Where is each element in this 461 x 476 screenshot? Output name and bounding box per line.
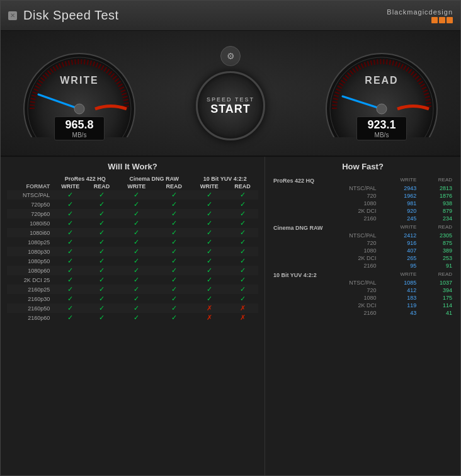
check-cell: ✓ bbox=[192, 294, 227, 303]
hf-write-value: 2943 bbox=[378, 184, 419, 192]
check-icon: ✓ bbox=[99, 314, 105, 321]
check-icon: ✓ bbox=[240, 266, 246, 274]
check-icon: ✓ bbox=[240, 210, 246, 217]
check-icon: ✓ bbox=[207, 200, 212, 208]
check-icon: ✓ bbox=[99, 266, 105, 274]
read-unit: MB/s bbox=[362, 132, 401, 139]
hf-resolution: 720 bbox=[283, 286, 378, 294]
check-cell: ✓ bbox=[54, 266, 87, 275]
check-cell: ✓ bbox=[87, 209, 117, 218]
hf-write-value: 265 bbox=[378, 254, 419, 262]
format-cell: NTSC/PAL bbox=[7, 190, 54, 200]
check-cell: ✓ bbox=[192, 190, 227, 200]
hf-data-row: 1080183175 bbox=[271, 294, 454, 302]
hf-read-value: 879 bbox=[418, 207, 454, 215]
check-cell: ✓ bbox=[227, 228, 258, 237]
check-icon: ✓ bbox=[67, 219, 73, 227]
hf-read-value: 1037 bbox=[418, 279, 454, 286]
hf-data-row: NTSC/PAL24122305 bbox=[271, 232, 454, 239]
check-cell: ✓ bbox=[54, 275, 87, 285]
format-cell: 1080i60 bbox=[7, 228, 54, 237]
hf-read-value: 114 bbox=[418, 302, 454, 309]
will-it-work-panel: Will It Work? ProRes 422 HQ Cinema DNG R… bbox=[1, 157, 265, 475]
check-icon: ✓ bbox=[240, 257, 246, 264]
check-cell: ✓ bbox=[156, 285, 191, 294]
check-icon: ✓ bbox=[134, 314, 139, 321]
check-cell: ✓ bbox=[156, 303, 191, 313]
hf-data-row: 720916875 bbox=[271, 239, 454, 247]
format-cell: 1080p60 bbox=[7, 266, 54, 275]
hf-data-row: 2K DCI920879 bbox=[271, 207, 454, 215]
check-icon: ✓ bbox=[240, 238, 246, 246]
format-cell: 2K DCI 25 bbox=[7, 275, 54, 285]
hf-resolution: 1080 bbox=[283, 294, 378, 302]
yuv-write-header: WRITE bbox=[192, 183, 227, 190]
hf-resolution: 720 bbox=[283, 239, 378, 247]
check-icon: ✓ bbox=[240, 219, 246, 227]
read-gauge-container: READ 923.1 MB/s bbox=[322, 49, 441, 137]
table-row: 1080p60✓✓✓✓✓✓ bbox=[7, 266, 258, 275]
table-row: 2K DCI 25✓✓✓✓✓✓ bbox=[7, 275, 258, 285]
hf-read-label: READ bbox=[418, 175, 454, 184]
check-icon: ✓ bbox=[207, 285, 212, 293]
hf-write-value: 95 bbox=[378, 262, 419, 269]
cross-icon: ✗ bbox=[207, 314, 212, 321]
check-cell: ✓ bbox=[117, 209, 156, 218]
hf-empty bbox=[271, 232, 283, 239]
hf-read-value: 234 bbox=[418, 215, 454, 222]
check-cell: ✓ bbox=[87, 275, 117, 285]
data-section: Will It Work? ProRes 422 HQ Cinema DNG R… bbox=[1, 157, 460, 475]
how-fast-title: How Fast? bbox=[271, 162, 454, 171]
check-icon: ✓ bbox=[171, 200, 177, 208]
check-cell: ✓ bbox=[192, 275, 227, 285]
check-icon: ✓ bbox=[134, 191, 139, 198]
hf-group-header-row: ProRes 422 HQWRITEREAD bbox=[271, 175, 454, 184]
start-button[interactable]: SPEED TEST START bbox=[196, 71, 265, 140]
check-cell: ✓ bbox=[54, 218, 87, 228]
check-cell: ✓ bbox=[54, 256, 87, 266]
check-cell: ✓ bbox=[54, 294, 87, 303]
how-fast-table: ProRes 422 HQWRITEREADNTSC/PAL2943281372… bbox=[271, 175, 454, 317]
hf-resolution: 2K DCI bbox=[283, 302, 378, 309]
check-icon: ✓ bbox=[171, 266, 177, 274]
check-icon: ✓ bbox=[171, 314, 177, 321]
check-cell: ✓ bbox=[117, 266, 156, 275]
close-button[interactable]: ✕ bbox=[8, 11, 17, 20]
check-cell: ✓ bbox=[87, 256, 117, 266]
prores-header: ProRes 422 HQ bbox=[54, 175, 117, 183]
brand-squares bbox=[431, 17, 453, 23]
hf-read-value: 938 bbox=[418, 200, 454, 207]
check-icon: ✓ bbox=[171, 257, 177, 264]
hf-empty bbox=[271, 247, 283, 254]
center-controls: ⚙ SPEED TEST START bbox=[196, 46, 265, 140]
hf-write-value: 119 bbox=[378, 302, 419, 309]
check-cell: ✓ bbox=[156, 256, 191, 266]
svg-point-8 bbox=[377, 104, 387, 114]
check-icon: ✓ bbox=[171, 304, 177, 312]
format-cell: 1080p25 bbox=[7, 237, 54, 247]
hf-data-row: 21609591 bbox=[271, 262, 454, 269]
check-cell: ✓ bbox=[192, 228, 227, 237]
check-cell: ✓ bbox=[87, 237, 117, 247]
check-icon: ✓ bbox=[67, 200, 73, 208]
check-cell: ✓ bbox=[227, 275, 258, 285]
check-cell: ✓ bbox=[156, 237, 191, 247]
hf-read-label: READ bbox=[418, 222, 454, 232]
check-cell: ✓ bbox=[227, 200, 258, 209]
hf-resolution: 2K DCI bbox=[283, 254, 378, 262]
check-cell: ✓ bbox=[227, 237, 258, 247]
check-icon: ✓ bbox=[67, 238, 73, 246]
format-cell: 720p60 bbox=[7, 209, 54, 218]
check-cell: ✓ bbox=[117, 228, 156, 237]
table-row: 2160p25✓✓✓✓✓✓ bbox=[7, 285, 258, 294]
settings-button[interactable]: ⚙ bbox=[220, 46, 241, 66]
check-cell: ✓ bbox=[117, 237, 156, 247]
hf-resolution: NTSC/PAL bbox=[283, 184, 378, 192]
hf-empty bbox=[271, 262, 283, 269]
hf-write-label: WRITE bbox=[378, 175, 419, 184]
check-cell: ✓ bbox=[54, 228, 87, 237]
check-cell: ✓ bbox=[192, 285, 227, 294]
format-cell: 2160p25 bbox=[7, 285, 54, 294]
check-cell: ✓ bbox=[87, 303, 117, 313]
check-icon: ✓ bbox=[99, 191, 105, 198]
